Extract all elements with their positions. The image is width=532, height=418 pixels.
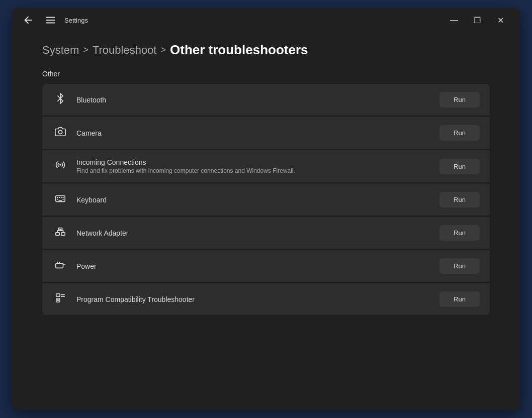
item-title-network: Network Adapter	[76, 229, 431, 237]
settings-window: Settings — ❐ ✕ System > Troubleshoot > O…	[12, 8, 520, 410]
keyboard-icon	[52, 193, 68, 207]
item-text-power: Power	[76, 262, 431, 270]
item-title-compatibility: Program Compatibility Troubleshooter	[76, 295, 431, 303]
svg-point-4	[59, 164, 61, 166]
list-item: Camera Run	[42, 117, 490, 149]
window-title: Settings	[64, 17, 88, 24]
list-item: Bluetooth Run	[42, 84, 490, 116]
power-icon	[52, 259, 68, 273]
section-title: Other	[42, 70, 490, 78]
run-button-network[interactable]: Run	[439, 225, 480, 241]
svg-rect-13	[56, 232, 59, 235]
item-text-keyboard: Keyboard	[76, 196, 431, 204]
item-title-bluetooth: Bluetooth	[76, 96, 431, 104]
svg-rect-26	[56, 300, 60, 302]
title-bar: Settings — ❐ ✕	[12, 8, 520, 32]
maximize-button[interactable]: ❐	[466, 12, 489, 28]
title-bar-left: Settings	[20, 12, 88, 28]
item-title-keyboard: Keyboard	[76, 196, 431, 204]
list-item: Incoming Connections Find and fix proble…	[42, 150, 490, 183]
main-content: System > Troubleshoot > Other troublesho…	[12, 32, 520, 410]
item-title-incoming: Incoming Connections	[76, 158, 431, 166]
incoming-connections-icon	[52, 159, 68, 173]
minimize-button[interactable]: —	[442, 12, 466, 28]
run-button-incoming[interactable]: Run	[439, 159, 480, 174]
back-button[interactable]	[20, 12, 36, 28]
hamburger-button[interactable]	[42, 12, 58, 28]
run-button-bluetooth[interactable]: Run	[439, 92, 480, 108]
list-item: Keyboard Run	[42, 184, 490, 216]
breadcrumb-system[interactable]: System	[42, 44, 79, 57]
camera-icon	[52, 126, 68, 140]
bluetooth-icon	[52, 93, 68, 107]
item-text-network: Network Adapter	[76, 229, 431, 237]
run-button-compatibility[interactable]: Run	[439, 291, 480, 307]
svg-rect-14	[61, 232, 65, 235]
network-adapter-icon	[52, 226, 68, 240]
window-controls: — ❐ ✕	[442, 12, 512, 28]
list-item: Network Adapter Run	[42, 217, 490, 249]
item-title-camera: Camera	[76, 129, 431, 137]
breadcrumb-troubleshoot[interactable]: Troubleshoot	[93, 44, 157, 57]
item-text-bluetooth: Bluetooth	[76, 96, 431, 104]
troubleshooter-list: Bluetooth Run Camera Run	[42, 84, 490, 315]
breadcrumb-current: Other troubleshooters	[170, 42, 308, 58]
item-desc-incoming: Find and fix problems with incoming comp…	[76, 167, 431, 174]
run-button-keyboard[interactable]: Run	[439, 192, 480, 207]
svg-rect-20	[56, 263, 63, 268]
breadcrumb-sep-2: >	[160, 45, 166, 55]
list-item: Program Compatibility Troubleshooter Run	[42, 283, 490, 315]
run-button-camera[interactable]: Run	[439, 125, 480, 141]
breadcrumb-sep-1: >	[83, 45, 88, 55]
svg-rect-24	[56, 293, 60, 296]
run-button-power[interactable]: Run	[439, 258, 480, 274]
item-text-incoming: Incoming Connections Find and fix proble…	[76, 158, 431, 174]
svg-rect-25	[56, 298, 60, 299]
list-item: Power Run	[42, 250, 490, 282]
item-title-power: Power	[76, 262, 431, 270]
item-text-compatibility: Program Compatibility Troubleshooter	[76, 295, 431, 303]
svg-rect-19	[58, 228, 62, 230]
compatibility-icon	[52, 292, 68, 306]
close-button[interactable]: ✕	[489, 12, 512, 28]
item-text-camera: Camera	[76, 129, 431, 137]
svg-point-3	[58, 130, 62, 134]
breadcrumb: System > Troubleshoot > Other troublesho…	[42, 42, 490, 58]
